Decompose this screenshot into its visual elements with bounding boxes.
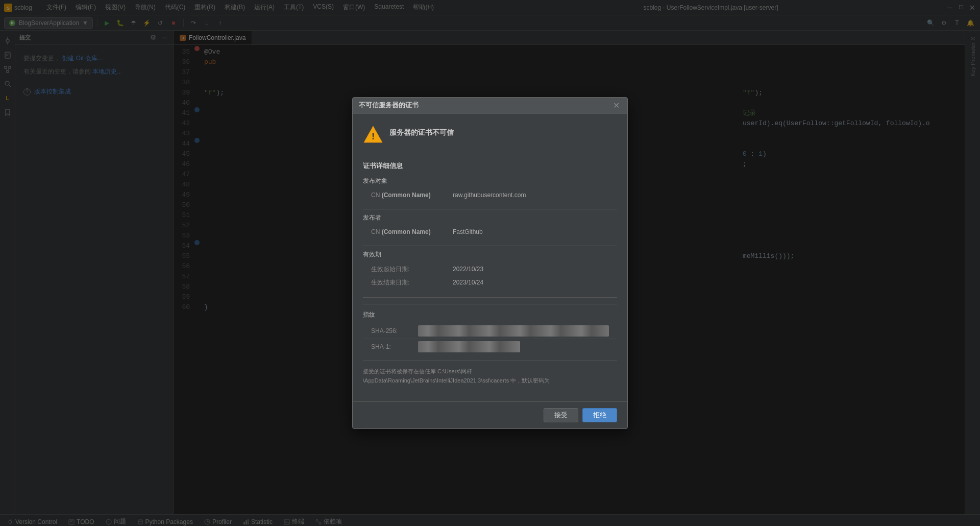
accept-button[interactable]: 接受 [544,408,578,422]
modal-body: ! 服务器的证书不可信 证书详细信息 发布对象 CN (Common Name)… [353,114,627,401]
modal-title: 不可信服务器的证书 [359,101,419,110]
validity-group: 有效期 生效起始日期: 2022/10/23 生效结束日期: 2023/10/2… [363,250,617,289]
divider-1 [363,209,617,209]
issued-by-label: 发布者 [363,213,617,222]
sha256-label: SHA-256: [371,327,412,334]
issuer-cn-label: CN (Common Name) [371,228,453,235]
common-name-bold: (Common Name) [382,192,431,199]
cert-note: 接受的证书将被保存在信任库 C:\Users\网杆\AppData\Roamin… [363,361,617,391]
sha256-value [418,325,609,337]
divider-2 [363,246,617,246]
issued-by-group: 发布者 CN (Common Name) FastGithub [363,213,617,237]
cn-label: CN (Common Name) [371,192,453,199]
modal-footer: 接受 拒绝 [353,401,627,428]
sha1-label: SHA-1: [371,343,412,350]
sha256-row: SHA-256: [363,323,617,339]
reject-button[interactable]: 拒绝 [582,408,617,422]
sha1-row: SHA-1: [363,339,617,354]
validity-label: 有效期 [363,250,617,259]
warning-triangle-icon: ! [363,124,383,145]
issued-to-cn-value: raw.githubusercontent.com [453,192,526,199]
fingerprint-section: 指纹 SHA-256: SHA-1: [363,304,617,354]
valid-from-row: 生效起始日期: 2022/10/23 [363,263,617,276]
issued-to-cn-row: CN (Common Name) raw.githubusercontent.c… [363,189,617,201]
valid-from-label: 生效起始日期: [371,265,453,274]
issued-by-cn-row: CN (Common Name) FastGithub [363,226,617,237]
cert-note-text: 接受的证书将被保存在信任库 C:\Users\网杆\AppData\Roamin… [363,368,550,384]
cert-details-section: 证书详细信息 发布对象 CN (Common Name) raw.githubu… [363,155,617,354]
issued-by-cn-value: FastGithub [453,228,483,235]
valid-to-value: 2023/10/24 [453,279,483,286]
modal-close-button[interactable]: ✕ [611,100,621,110]
issued-to-group: 发布对象 CN (Common Name) raw.githubusercont… [363,177,617,201]
modal-overlay: 不可信服务器的证书 ✕ ! 服务器的证书不可信 证书详细信息 发布对象 [0,0,980,526]
issued-to-label: 发布对象 [363,177,617,185]
valid-to-label: 生效结束日期: [371,278,453,287]
sha1-value [418,341,520,352]
valid-to-row: 生效结束日期: 2023/10/24 [363,276,617,289]
warning-text: 服务器的证书不可信 [389,124,454,137]
untrusted-cert-dialog: 不可信服务器的证书 ✕ ! 服务器的证书不可信 证书详细信息 发布对象 [352,97,628,429]
warning-section: ! 服务器的证书不可信 [363,124,617,145]
fingerprint-title: 指纹 [363,310,617,319]
svg-text:!: ! [372,131,375,141]
divider-3 [363,297,617,298]
cert-details-title: 证书详细信息 [363,161,617,171]
modal-title-bar: 不可信服务器的证书 ✕ [353,98,627,114]
valid-from-value: 2022/10/23 [453,266,483,273]
